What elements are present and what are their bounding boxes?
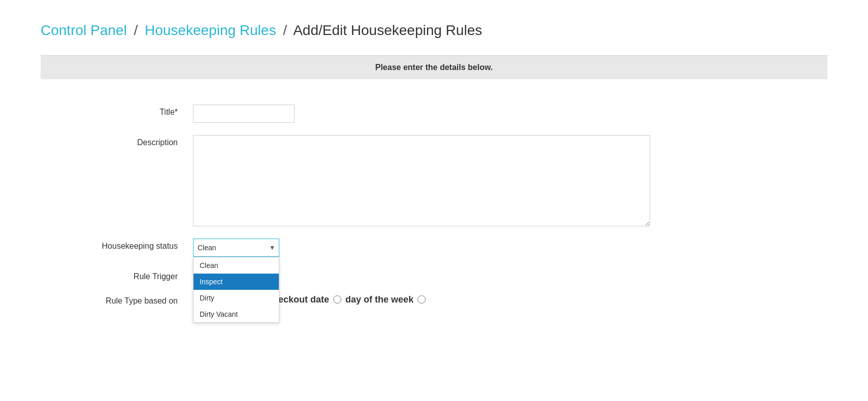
breadcrumb-link-control-panel[interactable]: Control Panel: [41, 22, 127, 38]
dropdown-item-dirty-vacant[interactable]: Dirty Vacant: [194, 306, 279, 322]
checkout-date-radio[interactable]: [333, 295, 341, 304]
description-textarea[interactable]: [193, 135, 650, 226]
dropdown-item-clean[interactable]: Clean: [194, 257, 279, 274]
rule-type-row: Rule Type based on check-in date checkou…: [41, 293, 827, 306]
hk-status-select[interactable]: Clean Inspect Dirty Dirty Vacant: [193, 239, 279, 257]
breadcrumb-sep-2: /: [283, 22, 287, 38]
title-label: Title*: [41, 105, 193, 117]
dropdown-item-dirty[interactable]: Dirty: [194, 290, 279, 306]
rule-trigger-row: Rule Trigger Reservation: [41, 269, 827, 281]
title-input[interactable]: [193, 105, 295, 123]
breadcrumb-link-housekeeping[interactable]: Housekeeping Rules: [145, 22, 276, 38]
breadcrumb-sep-1: /: [134, 22, 138, 38]
rule-trigger-label: Rule Trigger: [41, 269, 193, 281]
description-row: Description: [41, 135, 827, 226]
description-label: Description: [41, 135, 193, 147]
page-container: Control Panel / Housekeeping Rules / Add…: [0, 0, 868, 348]
dropdown-item-inspect[interactable]: Inspect: [194, 274, 279, 290]
title-row: Title*: [41, 105, 827, 123]
day-of-week-label: day of the week: [345, 294, 413, 305]
breadcrumb-current: Add/Edit Housekeeping Rules: [293, 22, 482, 38]
form-container: Title* Description Housekeeping status C…: [41, 94, 827, 328]
hk-status-dropdown: Clean Inspect Dirty Dirty Vacant: [193, 257, 279, 323]
day-of-week-radio[interactable]: [417, 295, 426, 304]
rule-type-label: Rule Type based on: [41, 293, 193, 306]
info-bar-text: Please enter the details below.: [375, 63, 493, 72]
info-bar: Please enter the details below.: [41, 56, 827, 79]
breadcrumb: Control Panel / Housekeeping Rules / Add…: [41, 20, 827, 40]
hk-status-row: Housekeeping status Clean Inspect Dirty …: [41, 239, 827, 257]
hk-status-label: Housekeeping status: [41, 239, 193, 251]
hk-status-wrapper: Clean Inspect Dirty Dirty Vacant ▼ Clean…: [193, 239, 279, 257]
